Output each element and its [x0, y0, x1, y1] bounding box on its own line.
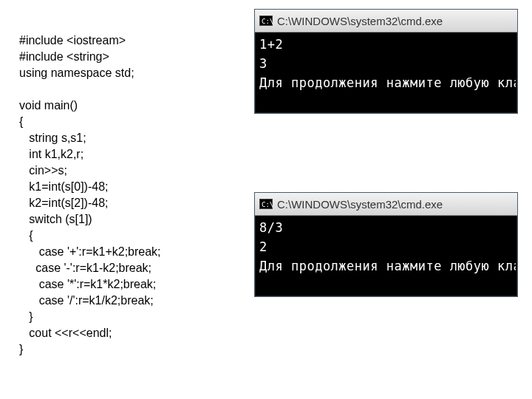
console-window-1: C:\ C:\WINDOWS\system32\cmd.exe 1+2 3 Дл… [254, 9, 518, 114]
console-body-1: 1+2 3 Для продолжения нажмите любую клав… [256, 33, 516, 112]
titlebar-2: C:\ C:\WINDOWS\system32\cmd.exe [255, 193, 517, 216]
titlebar-2-text: C:\WINDOWS\system32\cmd.exe [277, 198, 513, 211]
console-body-2: 8/3 2 Для продолжения нажмите любую клав… [256, 216, 516, 295]
titlebar-1: C:\ C:\WINDOWS\system32\cmd.exe [255, 10, 517, 33]
source-code: #include <iostream> #include <string> us… [19, 33, 161, 358]
console-window-2: C:\ C:\WINDOWS\system32\cmd.exe 8/3 2 Дл… [254, 192, 518, 297]
cmd-icon: C:\ [259, 16, 273, 26]
slide: #include <iostream> #include <string> us… [0, 0, 532, 399]
cmd-icon: C:\ [259, 199, 273, 209]
titlebar-1-text: C:\WINDOWS\system32\cmd.exe [277, 15, 513, 27]
